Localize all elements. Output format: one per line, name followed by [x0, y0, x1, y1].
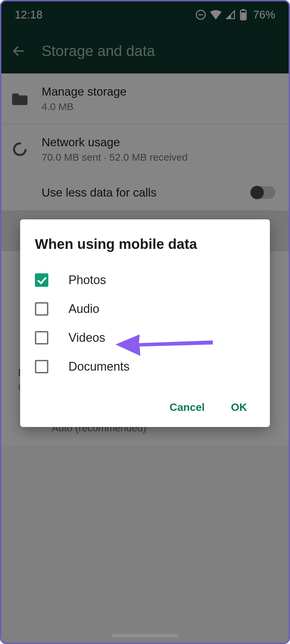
mobile-data-dialog: When using mobile data Photos Audio Vide…: [20, 219, 270, 427]
cancel-button[interactable]: Cancel: [168, 398, 206, 417]
ok-button[interactable]: OK: [230, 398, 248, 417]
option-photos-label: Photos: [68, 273, 106, 287]
option-photos[interactable]: Photos: [35, 266, 255, 294]
option-videos[interactable]: Videos: [35, 323, 255, 352]
option-audio-label: Audio: [68, 302, 99, 316]
checkbox-photos[interactable]: [35, 273, 48, 287]
option-videos-label: Videos: [68, 331, 105, 345]
option-documents-label: Documents: [68, 360, 130, 374]
dialog-title: When using mobile data: [35, 236, 255, 252]
checkbox-documents[interactable]: [35, 360, 48, 373]
checkbox-audio[interactable]: [35, 302, 48, 316]
nav-handle[interactable]: [111, 634, 179, 637]
option-documents[interactable]: Documents: [35, 352, 255, 381]
option-audio[interactable]: Audio: [35, 294, 255, 323]
checkbox-videos[interactable]: [35, 331, 48, 344]
